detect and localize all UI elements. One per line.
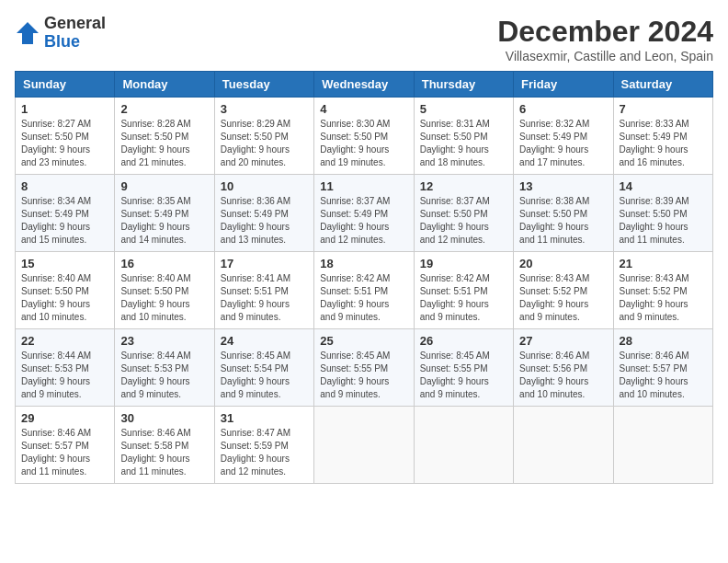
calendar-day-empty [613,407,712,484]
calendar-day-26: 26Sunrise: 8:45 AMSunset: 5:55 PMDayligh… [414,329,513,407]
calendar-day-5: 5Sunrise: 8:31 AMSunset: 5:50 PMDaylight… [414,98,513,175]
calendar-day-empty [514,407,613,484]
calendar-day-31: 31Sunrise: 8:47 AMSunset: 5:59 PMDayligh… [214,407,313,484]
col-header-friday: Friday [514,72,613,98]
calendar-day-4: 4Sunrise: 8:30 AMSunset: 5:50 PMDaylight… [314,98,414,175]
logo-blue-text: Blue [44,32,80,51]
calendar-day-3: 3Sunrise: 8:29 AMSunset: 5:50 PMDaylight… [214,98,313,175]
calendar-day-2: 2Sunrise: 8:28 AMSunset: 5:50 PMDaylight… [115,98,214,175]
month-title: December 2024 [497,15,713,49]
logo-general-text: General [44,14,106,32]
col-header-monday: Monday [115,72,214,98]
calendar-week-4: 22Sunrise: 8:44 AMSunset: 5:53 PMDayligh… [16,329,713,407]
calendar-day-19: 19Sunrise: 8:42 AMSunset: 5:51 PMDayligh… [414,252,513,329]
col-header-wednesday: Wednesday [314,72,414,98]
calendar-week-5: 29Sunrise: 8:46 AMSunset: 5:57 PMDayligh… [16,407,713,484]
calendar-day-18: 18Sunrise: 8:42 AMSunset: 5:51 PMDayligh… [314,252,414,329]
calendar-day-12: 12Sunrise: 8:37 AMSunset: 5:50 PMDayligh… [414,175,513,252]
calendar-day-9: 9Sunrise: 8:35 AMSunset: 5:49 PMDaylight… [115,175,214,252]
calendar-week-1: 1Sunrise: 8:27 AMSunset: 5:50 PMDaylight… [16,98,713,175]
calendar-day-11: 11Sunrise: 8:37 AMSunset: 5:49 PMDayligh… [314,175,414,252]
calendar-day-15: 15Sunrise: 8:40 AMSunset: 5:50 PMDayligh… [16,252,115,329]
calendar-day-8: 8Sunrise: 8:34 AMSunset: 5:49 PMDaylight… [16,175,115,252]
logo: General Blue [15,15,106,52]
calendar-week-3: 15Sunrise: 8:40 AMSunset: 5:50 PMDayligh… [16,252,713,329]
calendar-day-10: 10Sunrise: 8:36 AMSunset: 5:49 PMDayligh… [214,175,313,252]
calendar-day-14: 14Sunrise: 8:39 AMSunset: 5:50 PMDayligh… [613,175,712,252]
calendar-day-29: 29Sunrise: 8:46 AMSunset: 5:57 PMDayligh… [16,407,115,484]
col-header-tuesday: Tuesday [214,72,313,98]
calendar-day-17: 17Sunrise: 8:41 AMSunset: 5:51 PMDayligh… [214,252,313,329]
location-subtitle: Villasexmir, Castille and Leon, Spain [497,49,713,63]
calendar-day-22: 22Sunrise: 8:44 AMSunset: 5:53 PMDayligh… [16,329,115,407]
calendar-day-27: 27Sunrise: 8:46 AMSunset: 5:56 PMDayligh… [514,329,613,407]
calendar-day-24: 24Sunrise: 8:45 AMSunset: 5:54 PMDayligh… [214,329,313,407]
logo-icon [15,20,40,46]
col-header-sunday: Sunday [16,72,115,98]
calendar-day-28: 28Sunrise: 8:46 AMSunset: 5:57 PMDayligh… [613,329,712,407]
calendar-day-16: 16Sunrise: 8:40 AMSunset: 5:50 PMDayligh… [115,252,214,329]
calendar-week-2: 8Sunrise: 8:34 AMSunset: 5:49 PMDaylight… [16,175,713,252]
calendar-day-empty [414,407,513,484]
title-block: December 2024 Villasexmir, Castille and … [497,15,713,63]
calendar-table: SundayMondayTuesdayWednesdayThursdayFrid… [15,71,713,484]
calendar-day-23: 23Sunrise: 8:44 AMSunset: 5:53 PMDayligh… [115,329,214,407]
calendar-day-1: 1Sunrise: 8:27 AMSunset: 5:50 PMDaylight… [16,98,115,175]
calendar-day-30: 30Sunrise: 8:46 AMSunset: 5:58 PMDayligh… [115,407,214,484]
calendar-day-13: 13Sunrise: 8:38 AMSunset: 5:50 PMDayligh… [514,175,613,252]
calendar-day-6: 6Sunrise: 8:32 AMSunset: 5:49 PMDaylight… [514,98,613,175]
col-header-thursday: Thursday [414,72,513,98]
calendar-day-empty [314,407,414,484]
svg-marker-0 [17,22,39,44]
page-header: General Blue December 2024 Villasexmir, … [15,15,713,63]
calendar-day-20: 20Sunrise: 8:43 AMSunset: 5:52 PMDayligh… [514,252,613,329]
calendar-header-row: SundayMondayTuesdayWednesdayThursdayFrid… [16,72,713,98]
calendar-day-7: 7Sunrise: 8:33 AMSunset: 5:49 PMDaylight… [613,98,712,175]
calendar-day-25: 25Sunrise: 8:45 AMSunset: 5:55 PMDayligh… [314,329,414,407]
calendar-day-21: 21Sunrise: 8:43 AMSunset: 5:52 PMDayligh… [613,252,712,329]
col-header-saturday: Saturday [613,72,712,98]
